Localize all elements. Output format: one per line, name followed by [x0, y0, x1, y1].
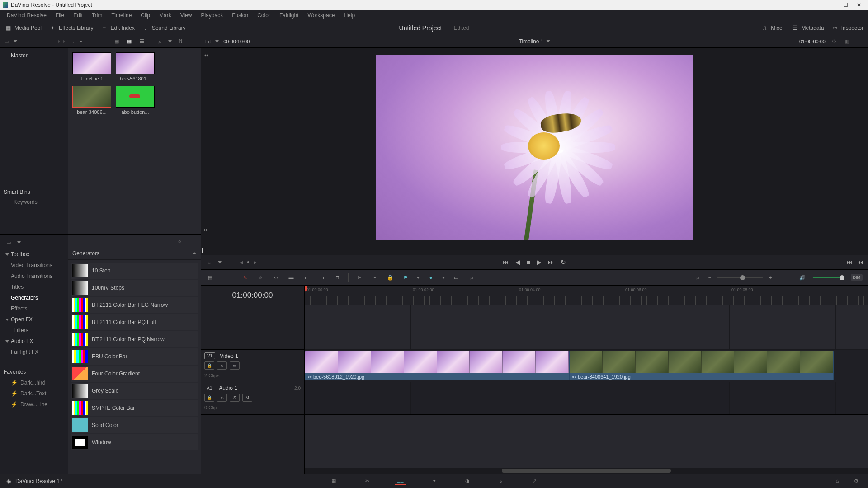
- viewer-fit[interactable]: Fit: [205, 39, 211, 44]
- generator-item[interactable]: EBU Color Bar: [71, 348, 198, 365]
- filters-cat[interactable]: Filters: [0, 325, 68, 336]
- play-button[interactable]: ▶: [537, 258, 542, 266]
- viewer[interactable]: ⏮ ⏭: [201, 48, 868, 247]
- media-page[interactable]: ▦: [328, 478, 339, 484]
- clip-thumb[interactable]: [116, 52, 155, 74]
- menu-davinci-resolve[interactable]: DaVinci Resolve: [3, 11, 51, 20]
- clip-bear[interactable]: ⚯bear-3400641_1920.jpg: [569, 351, 834, 380]
- menu-file[interactable]: File: [52, 11, 68, 20]
- fairlightfx-cat[interactable]: Fairlight FX: [0, 347, 68, 357]
- volume-slider[interactable]: [813, 277, 844, 278]
- favorite-item[interactable]: ⚡Draw...Line: [0, 399, 68, 410]
- clip-item[interactable]: Timeline 1: [72, 52, 111, 81]
- fx-cat-generators[interactable]: Generators: [0, 292, 68, 303]
- strip-view-icon[interactable]: ▤: [113, 38, 121, 46]
- menu-workspace[interactable]: Workspace: [304, 11, 339, 20]
- out-last-icon[interactable]: ⏭: [846, 258, 853, 266]
- menu-fairlight[interactable]: Fairlight: [275, 11, 303, 20]
- clip-bee[interactable]: ⚯bee-5618012_1920.jpg: [305, 351, 569, 380]
- bypass-icon[interactable]: ▱: [205, 258, 213, 266]
- clip-thumb[interactable]: [116, 86, 155, 108]
- toolbox-header[interactable]: Toolbox: [0, 249, 68, 260]
- generator-item[interactable]: Grey Scale: [71, 383, 198, 399]
- favorite-item[interactable]: ⚡Dark...Text: [0, 388, 68, 399]
- dynamic-trim-tool[interactable]: ⇔: [271, 275, 280, 281]
- clips-area[interactable]: Timeline 1bee-561801...bear-34006...abo …: [68, 48, 201, 234]
- zoom-plus[interactable]: +: [769, 275, 772, 280]
- insert-tool[interactable]: ⊏: [302, 275, 311, 281]
- track-enable-icon[interactable]: ◇: [217, 361, 227, 370]
- fx-options-icon[interactable]: ⋯: [188, 237, 196, 245]
- fusion-page[interactable]: ✦: [429, 478, 439, 484]
- stop-button[interactable]: ■: [527, 258, 530, 266]
- generator-item[interactable]: BT.2111 Color Bar HLG Narrow: [71, 297, 198, 313]
- blade-tool[interactable]: ▬: [287, 275, 296, 280]
- clip-thumb[interactable]: [72, 52, 111, 74]
- fx-cat-titles[interactable]: Titles: [0, 282, 68, 292]
- generator-item[interactable]: 100mV Steps: [71, 280, 198, 296]
- fairlight-page[interactable]: ♪: [495, 479, 506, 484]
- nav-fwd-icon[interactable]: [63, 40, 65, 43]
- playhead[interactable]: [305, 286, 305, 474]
- out-next-icon[interactable]: ⏮: [857, 258, 863, 266]
- menu-help[interactable]: Help: [340, 11, 359, 20]
- thumb-view-icon[interactable]: ▦: [125, 38, 133, 46]
- video-track-header[interactable]: V1 Video 1 🔒 ◇ ▭ 2 Clips: [201, 350, 304, 382]
- volume-icon[interactable]: 🔊: [798, 273, 807, 282]
- inspector-toggle[interactable]: ✂ Inspector: [831, 24, 863, 32]
- fx-cat-video-transitions[interactable]: Video Transitions: [0, 260, 68, 271]
- menu-edit[interactable]: Edit: [69, 11, 87, 20]
- match-next-icon[interactable]: ▸: [254, 258, 257, 266]
- fx-panel-icon[interactable]: ▭: [5, 239, 13, 247]
- clip-item[interactable]: abo button...: [116, 86, 155, 115]
- timeline-scrollbar[interactable]: [305, 468, 868, 474]
- settings-icon[interactable]: ⚙: [851, 478, 862, 484]
- timeline-view-icon[interactable]: ▤: [206, 273, 214, 282]
- loop-button[interactable]: ↻: [561, 258, 566, 266]
- generator-item[interactable]: Solid Color: [71, 417, 198, 433]
- smart-bins-header[interactable]: Smart Bins: [0, 185, 68, 197]
- chevron-down-icon[interactable]: [215, 40, 219, 42]
- menu-trim[interactable]: Trim: [88, 11, 107, 20]
- video-track[interactable]: ⚯bee-5618012_1920.jpg ⚯bear-3400641_1920…: [305, 350, 868, 382]
- options-icon[interactable]: ⋯: [189, 38, 197, 46]
- generator-item[interactable]: BT.2111 Color Bar PQ Full: [71, 314, 198, 330]
- generator-item[interactable]: Window: [71, 434, 198, 450]
- menu-mark[interactable]: Mark: [155, 11, 175, 20]
- audiofx-header[interactable]: Audio FX: [0, 336, 68, 347]
- fx-cat-audio-transitions[interactable]: Audio Transitions: [0, 271, 68, 282]
- find-tool[interactable]: ⌕: [467, 275, 476, 280]
- bin-master[interactable]: Master: [3, 51, 65, 61]
- clip-thumb[interactable]: [72, 86, 111, 108]
- match-prev-icon[interactable]: ◂: [240, 258, 243, 266]
- razor-tool[interactable]: ✂: [355, 275, 364, 281]
- maximize-button[interactable]: ☐: [839, 1, 852, 9]
- deliver-page[interactable]: ↗: [529, 478, 540, 484]
- prev-button[interactable]: ◀: [515, 258, 520, 266]
- menu-timeline[interactable]: Timeline: [107, 11, 136, 20]
- bin-keywords[interactable]: Keywords: [0, 197, 68, 207]
- list-view-icon[interactable]: ☰: [138, 38, 146, 46]
- v1-badge[interactable]: V1: [204, 352, 215, 359]
- close-button[interactable]: ✕: [853, 1, 865, 9]
- openfx-header[interactable]: Open FX: [0, 314, 68, 325]
- zoom-minus[interactable]: −: [708, 275, 711, 280]
- chevron-down-icon[interactable]: [442, 277, 445, 279]
- menu-view[interactable]: View: [176, 11, 196, 20]
- menu-clip[interactable]: Clip: [137, 11, 154, 20]
- sound-library-toggle[interactable]: ♪ Sound Library: [142, 24, 186, 32]
- first-button[interactable]: ⏮: [503, 258, 509, 266]
- link-tool[interactable]: ⚯: [370, 275, 379, 281]
- chevron-down-icon[interactable]: [546, 40, 550, 42]
- zoom-slider[interactable]: [717, 277, 763, 278]
- marker-tool[interactable]: ●: [426, 275, 435, 280]
- dual-viewer-icon[interactable]: ▥: [843, 38, 851, 46]
- chevron-down-icon[interactable]: [14, 40, 17, 42]
- dim-badge[interactable]: DIM: [851, 274, 863, 281]
- edit-index-toggle[interactable]: ≡ Edit Index: [101, 24, 135, 32]
- chevron-down-icon[interactable]: [218, 261, 222, 263]
- audio-lock-icon[interactable]: 🔒: [204, 394, 214, 402]
- search-icon[interactable]: ⌕: [156, 38, 164, 46]
- trim-tool[interactable]: ⎆: [256, 275, 265, 280]
- selection-tool[interactable]: ↖: [241, 275, 250, 281]
